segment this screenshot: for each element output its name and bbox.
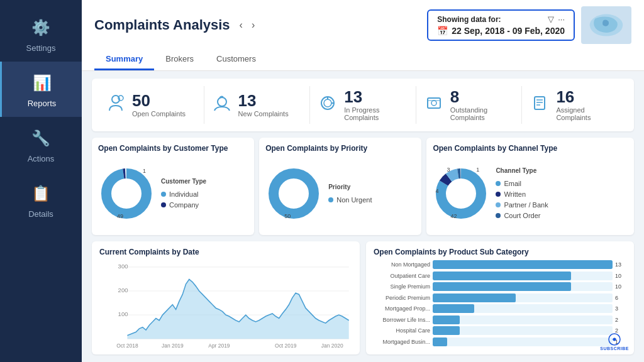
donut2-legend-title: Priority — [328, 184, 372, 190]
legend-label-email: Email — [504, 180, 521, 187]
more-options-icon[interactable]: ··· — [558, 14, 565, 24]
kpi-assigned-complaints: 16 Assigned Complaints — [522, 86, 628, 124]
nav-next-button[interactable]: › — [248, 18, 258, 32]
tab-summary[interactable]: Summary — [94, 49, 154, 70]
actions-icon: 🔧 — [28, 126, 53, 151]
date-filter-box[interactable]: Showing data for: ▽ ··· 📅 22 Sep, 2018 -… — [427, 9, 575, 41]
page-title: Complaints Analysis — [94, 17, 230, 33]
assigned-complaints-icon — [530, 93, 551, 118]
bar-chart-card: Open Complaints by Product Sub Category … — [366, 241, 634, 354]
svg-point-5 — [324, 99, 331, 107]
sidebar-label-actions: Actions — [28, 154, 55, 163]
header-top: Complaints Analysis ‹ › Showing data for… — [94, 6, 631, 44]
calendar-icon: 📅 — [437, 26, 448, 36]
donut3-body: 3 1 4 42 Channel Type Email Writt — [433, 156, 628, 230]
bar-label-5: Borrower Life Ins... — [374, 317, 430, 323]
bar-track-2 — [433, 282, 613, 291]
kpi-new-info: 13 New Complaints — [238, 92, 289, 118]
date-filter-icons: ▽ ··· — [548, 14, 565, 24]
legend-label-individual: Individual — [169, 190, 198, 198]
legend-court-order: Court Order — [496, 212, 548, 219]
kpi-new-label: New Complaints — [238, 110, 289, 118]
reports-icon: 📊 — [30, 70, 55, 96]
donut2-svg-wrap: 50 — [265, 165, 322, 222]
bar-track-3 — [433, 293, 613, 302]
kpi-open-number: 50 — [132, 92, 186, 109]
line-chart-svg: 300 200 100 Oct 2018 Jan 2019 — [99, 260, 352, 349]
header-right: Showing data for: ▽ ··· 📅 22 Sep, 2018 -… — [427, 6, 631, 44]
bar-value-0: 13 — [615, 261, 626, 268]
bar-label-0: Non Mortgaged — [374, 261, 430, 268]
bar-row-4: Mortgaged Prop... 3 — [374, 304, 626, 313]
kpi-assigned-label: Assigned Complaints — [556, 106, 620, 121]
header: Complaints Analysis ‹ › Showing data for… — [82, 0, 644, 71]
sidebar-label-reports: Reports — [28, 99, 57, 108]
tab-customers[interactable]: Customers — [205, 49, 267, 70]
legend-dot-written — [496, 192, 501, 197]
sidebar-item-actions[interactable]: 🔧 Actions — [0, 117, 82, 172]
bar-label-3: Periodic Premium — [374, 295, 430, 301]
donut-priority: Open Complaints by Priority 50 Priority … — [259, 138, 421, 235]
donut1-svg — [98, 165, 155, 222]
kpi-inprogress-complaints: 13 In Progress Complaints — [310, 86, 416, 124]
svg-rect-6 — [428, 98, 440, 108]
svg-text:Oct 2019: Oct 2019 — [275, 343, 297, 349]
bar-track-1 — [433, 272, 613, 280]
legend-company: Company — [161, 201, 206, 209]
bar-fill-1 — [433, 272, 571, 280]
bar-chart-body: Non Mortgaged 13 Outpatient Care 10 Sing… — [374, 260, 626, 348]
bar-track-4 — [433, 304, 613, 313]
donut3-val-42: 42 — [450, 213, 457, 219]
bar-fill-3 — [433, 293, 516, 302]
svg-point-3 — [218, 97, 226, 106]
inprogress-complaints-icon — [318, 93, 339, 118]
bar-track-7 — [433, 337, 613, 346]
details-icon: 📋 — [28, 181, 53, 206]
bar-value-2: 10 — [615, 283, 626, 290]
bar-value-4: 3 — [615, 305, 626, 312]
donut2-val-bottom: 50 — [284, 213, 291, 219]
bar-label-1: Outpatient Care — [374, 273, 430, 279]
donut1-svg-wrap: 1 49 — [98, 165, 155, 222]
subscribe-badge[interactable]: SUBSCRIBE — [600, 332, 629, 351]
kpi-assigned-info: 16 Assigned Complaints — [556, 89, 620, 121]
svg-point-7 — [431, 101, 436, 106]
svg-text:Apr 2019: Apr 2019 — [208, 343, 230, 349]
sidebar-item-reports[interactable]: 📊 Reports — [0, 62, 82, 117]
legend-label-nonurgent: Non Urgent — [336, 196, 372, 204]
legend-dot-individual — [161, 192, 166, 197]
new-complaints-icon — [212, 93, 233, 118]
kpi-inprogress-label: In Progress Complaints — [344, 106, 408, 121]
svg-text:100: 100 — [118, 310, 128, 317]
donut3-title: Open Complaints by Channel Type — [433, 144, 628, 153]
legend-written: Written — [496, 190, 548, 198]
donut3-svg-wrap: 3 1 4 42 — [433, 165, 489, 222]
bar-fill-0 — [433, 260, 613, 269]
nav-prev-button[interactable]: ‹ — [236, 18, 246, 32]
map-svg — [584, 8, 628, 43]
kpi-new-complaints: 13 New Complaints — [204, 86, 311, 124]
bar-fill-6 — [433, 326, 460, 335]
bar-track-5 — [433, 315, 613, 324]
bar-fill-4 — [433, 304, 474, 313]
kpi-outstanding-info: 8 Outstanding Complaints — [450, 89, 514, 121]
legend-dot-email — [496, 181, 501, 186]
kpi-assigned-number: 16 — [556, 89, 620, 105]
svg-text:300: 300 — [118, 263, 128, 270]
main-content: Complaints Analysis ‹ › Showing data for… — [82, 0, 644, 362]
bar-value-1: 10 — [615, 273, 626, 279]
subscribe-icon — [608, 332, 621, 346]
legend-dot-partner — [496, 202, 501, 207]
sidebar-item-settings[interactable]: ⚙️ Settings — [0, 6, 82, 62]
kpi-inprogress-info: 13 In Progress Complaints — [344, 89, 408, 121]
content-area: 50 Open Complaints 13 New Complaints 1 — [82, 71, 644, 362]
svg-point-34 — [613, 338, 616, 341]
svg-rect-8 — [535, 97, 545, 109]
svg-text:Jan 2020: Jan 2020 — [321, 343, 343, 349]
filter-icon[interactable]: ▽ — [548, 14, 554, 24]
donut3-val-4: 4 — [435, 188, 438, 194]
bar-label-4: Mortgaged Prop... — [374, 305, 430, 312]
bar-row-2: Single Premium 10 — [374, 282, 626, 291]
tab-brokers[interactable]: Brokers — [154, 49, 205, 70]
sidebar-item-details[interactable]: 📋 Details — [0, 172, 82, 228]
